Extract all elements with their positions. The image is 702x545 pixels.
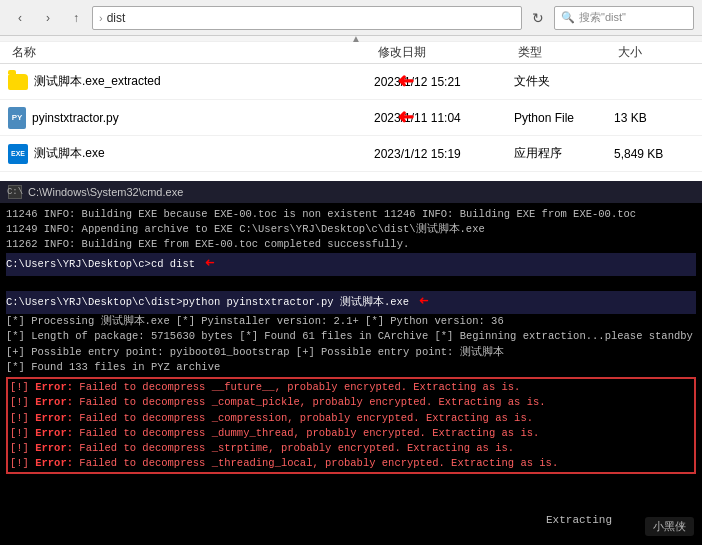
refresh-button[interactable]: ↻: [526, 6, 550, 30]
search-placeholder: 搜索"dist": [579, 10, 626, 25]
col-type[interactable]: 类型: [514, 44, 614, 61]
table-row[interactable]: EXE 测试脚本.exe 2023/1/12 15:19 应用程序 5,849 …: [0, 136, 702, 172]
forward-button[interactable]: ›: [36, 6, 60, 30]
error-line: [!] Error: Failed to decompress _compres…: [10, 412, 533, 424]
error-line: [!] Error: Failed to decompress __future…: [10, 381, 520, 393]
address-text: dist: [107, 11, 126, 25]
python-file-icon: PY: [8, 107, 26, 129]
file-size: 5,849 KB: [614, 147, 694, 161]
file-modified: 2023/1/12 15:19: [374, 147, 514, 161]
error-box: [!] Error: Failed to decompress __future…: [6, 377, 696, 474]
error-line: [!] Error: Failed to decompress _dummy_t…: [10, 427, 539, 439]
cmd-line: [416, 238, 422, 250]
extracting-label: Extracting: [546, 514, 612, 526]
file-list: ▲ 名称 修改日期 类型 大小 测试脚本.exe_extracted ➜ 202…: [0, 36, 702, 181]
cmd-line: [*] Pyinstaller version: 2.1+: [176, 315, 359, 327]
cmd-line: 11249 INFO: Appending archive to EXE C:\…: [6, 223, 485, 235]
col-name[interactable]: 名称: [8, 44, 374, 61]
file-name: 测试脚本.exe_extracted: [34, 73, 161, 90]
error-line: [!] Error: Failed to decompress _strptim…: [10, 442, 514, 454]
file-type: Python File: [514, 111, 614, 125]
cmd-icon: C:\: [8, 185, 22, 199]
file-name-cell: 测试脚本.exe_extracted ➜: [8, 73, 374, 90]
cmd-line: [+] Possible entry point: 测试脚本: [296, 346, 504, 358]
file-modified: 2023/1/12 15:21: [374, 75, 514, 89]
back-button[interactable]: ‹: [8, 6, 32, 30]
explorer-toolbar: ‹ › ↑ › dist ↻ 🔍 搜索"dist": [0, 0, 702, 36]
cmd-prompt-line: C:\Users\YRJ\Desktop\c>cd dist ➜: [6, 253, 696, 276]
exe-file-icon: EXE: [8, 144, 28, 164]
cmd-line: [*] Python version: 36: [365, 315, 504, 327]
error-line: [!] Error: Failed to decompress _threadi…: [10, 457, 558, 469]
file-name: 测试脚本.exe: [34, 145, 105, 162]
column-headers: 名称 修改日期 类型 大小: [0, 42, 702, 64]
red-arrow-icon: ➜: [397, 70, 414, 94]
cmd-run-line: C:\Users\YRJ\Desktop\c\dist>python pyins…: [6, 291, 696, 314]
cmd-window: C:\ C:\Windows\System32\cmd.exe 11246 IN…: [0, 181, 702, 545]
file-name-cell: PY pyinstxtractor.py ➜: [8, 107, 374, 129]
watermark: 小黑侠: [645, 517, 694, 536]
col-modified[interactable]: 修改日期: [374, 44, 514, 61]
red-arrow-icon: ➜: [397, 106, 414, 130]
file-size: 13 KB: [614, 111, 694, 125]
cmd-line: [+] Possible entry point: pyiboot01_boot…: [6, 346, 290, 358]
cmd-titlebar: C:\ C:\Windows\System32\cmd.exe: [0, 181, 702, 203]
file-name: pyinstxtractor.py: [32, 111, 119, 125]
cmd-line: [*] Found 133 files in PYZ archive: [6, 361, 220, 373]
folder-icon: [8, 74, 28, 90]
table-row[interactable]: 测试脚本.exe_extracted ➜ 2023/1/12 15:21 文件夹: [0, 64, 702, 100]
cmd-line: 11262 INFO: Building EXE from EXE-00.toc…: [6, 238, 409, 250]
cmd-line: 11246 INFO: Building EXE because EXE-00.…: [6, 208, 378, 220]
col-size[interactable]: 大小: [614, 44, 694, 61]
cmd-line: 11246 INFO: Building EXE from EXE-00.toc: [384, 208, 636, 220]
cmd-line: [*] Processing 测试脚本.exe: [6, 315, 170, 327]
cmd-line: [*] Found 61 files in CArchive: [239, 330, 428, 342]
address-bar[interactable]: › dist: [92, 6, 522, 30]
up-button[interactable]: ↑: [64, 6, 88, 30]
table-row[interactable]: PY pyinstxtractor.py ➜ 2023/1/11 11:04 P…: [0, 100, 702, 136]
file-modified: 2023/1/11 11:04: [374, 111, 514, 125]
file-type: 应用程序: [514, 145, 614, 162]
cmd-body: 11246 INFO: Building EXE because EXE-00.…: [0, 203, 702, 545]
file-name-cell: EXE 测试脚本.exe: [8, 144, 374, 164]
file-type: 文件夹: [514, 73, 614, 90]
cmd-line: [*] Beginning extraction...please standb…: [435, 330, 693, 342]
cmd-line: [6, 277, 12, 289]
cmd-title: C:\Windows\System32\cmd.exe: [28, 186, 183, 198]
cmd-line: [*] Length of package: 5715630 bytes: [6, 330, 233, 342]
error-line: [!] Error: Failed to decompress _compat_…: [10, 396, 546, 408]
search-bar[interactable]: 🔍 搜索"dist": [554, 6, 694, 30]
